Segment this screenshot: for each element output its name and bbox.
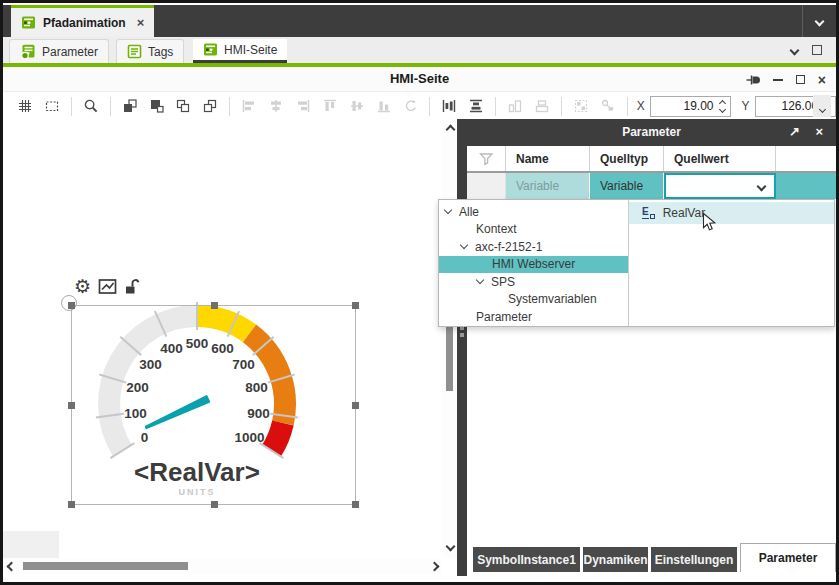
parameter-icon: [20, 44, 36, 59]
page-margins-icon[interactable]: [40, 95, 64, 117]
match-width-icon: [503, 95, 527, 117]
send-backward-icon[interactable]: [171, 95, 195, 117]
minimize-icon[interactable]: [773, 79, 783, 81]
bring-to-front-icon[interactable]: [118, 95, 142, 117]
horizontal-scrollbar-thumb[interactable]: [23, 562, 188, 570]
tree-item-axc-f-2152-1[interactable]: axc-f-2152-1: [439, 238, 628, 256]
scroll-right-icon[interactable]: [426, 558, 442, 574]
list-item-realvar[interactable]: E RealVar: [629, 202, 834, 224]
tags-icon: [127, 44, 142, 59]
scroll-left-icon[interactable]: [3, 558, 19, 574]
horizontal-scrollbar[interactable]: [3, 558, 442, 574]
column-header-quelltyp[interactable]: Quelltyp: [590, 146, 664, 171]
expand-panel-icon[interactable]: ↗: [789, 124, 800, 139]
send-to-back-icon[interactable]: [198, 95, 222, 117]
panel-splitter[interactable]: [457, 119, 467, 576]
tab-label: Parameter: [42, 45, 98, 59]
distribute-horizontal-icon[interactable]: [437, 95, 461, 117]
tab-list-dropdown-button[interactable]: [802, 5, 836, 37]
spin-down-icon[interactable]: [719, 105, 726, 112]
chevron-down-icon: [757, 181, 767, 191]
cell-quelltyp[interactable]: Variable: [590, 173, 664, 199]
align-left-icon: [237, 95, 261, 117]
tab-dynamiken[interactable]: Dynamiken: [583, 547, 648, 572]
vertical-scrollbar[interactable]: [442, 119, 457, 558]
row-filler-cell: [776, 173, 836, 199]
cell-name[interactable]: Variable: [506, 173, 590, 199]
resize-handle-ne[interactable]: [352, 302, 359, 309]
close-icon[interactable]: ×: [818, 73, 826, 87]
tree-item-label: Parameter: [476, 310, 532, 324]
external-variable-icon: E: [642, 207, 655, 219]
resize-handle-s[interactable]: [211, 501, 218, 508]
scroll-down-icon[interactable]: [442, 538, 458, 554]
scroll-up-icon[interactable]: [442, 121, 458, 137]
column-header-quellwert[interactable]: Quellwert: [664, 146, 776, 171]
resize-handle-se[interactable]: [352, 501, 359, 508]
page-boundary: [3, 531, 59, 558]
quellwert-combobox[interactable]: [664, 173, 776, 199]
tree-item-systemvariablen[interactable]: Systemvariablen: [439, 291, 628, 309]
pin-icon[interactable]: [746, 74, 760, 86]
table-row[interactable]: Variable Variable: [467, 173, 836, 199]
filter-icon[interactable]: [467, 146, 506, 171]
cell-quellwert: [664, 173, 776, 199]
align-middle-icon: [345, 95, 369, 117]
x-position-spinner[interactable]: 19.00: [650, 96, 732, 117]
tab-tags[interactable]: Tags: [116, 39, 184, 63]
tab-pfadanimation[interactable]: Pfadanimation ×: [11, 5, 154, 37]
zoom-icon[interactable]: [79, 95, 103, 117]
chevron-down-icon: [818, 106, 825, 113]
expander-chevron-icon[interactable]: [476, 276, 484, 284]
expander-chevron-icon[interactable]: [460, 241, 468, 249]
tree-item-parameter[interactable]: Parameter: [439, 308, 628, 326]
expander-chevron-icon[interactable]: [444, 206, 452, 214]
resize-handle-e[interactable]: [352, 402, 359, 409]
editor-title-bar: HMI-Seite ×: [3, 67, 836, 92]
tab-parameter-active[interactable]: Parameter: [740, 543, 836, 572]
tab-einstellungen[interactable]: Einstellungen: [651, 547, 737, 572]
table-header-row: Name Quelltyp Quellwert: [467, 146, 836, 173]
tab-symbolinstance1[interactable]: SymbolInstance1: [473, 547, 580, 572]
tree-item-sps[interactable]: SPS: [439, 273, 628, 291]
resize-handle-w[interactable]: [68, 402, 75, 409]
align-bottom-icon: [372, 95, 396, 117]
tab-parameter[interactable]: Parameter: [9, 39, 109, 63]
tab-label: Pfadanimation: [43, 16, 126, 30]
ungroup-icon: [596, 95, 620, 117]
match-height-icon: [530, 95, 554, 117]
panel-bottom-tabs: SymbolInstance1 Dynamiken Einstellungen …: [471, 547, 836, 576]
chevron-down-icon[interactable]: [790, 45, 800, 55]
resize-handle-n[interactable]: [211, 302, 218, 309]
mouse-cursor: [702, 212, 717, 233]
restore-window-icon[interactable]: [812, 45, 822, 55]
variable-results-list: E RealVar: [629, 200, 834, 326]
y-coordinate-label: Y: [741, 99, 749, 113]
column-header-name[interactable]: Name: [506, 146, 590, 171]
toolbar-overflow-button[interactable]: [813, 95, 831, 117]
editor-title: HMI-Seite: [3, 71, 836, 86]
close-tab-icon[interactable]: ×: [137, 15, 145, 30]
row-filter-cell: [467, 173, 506, 199]
document-tab-bar: Pfadanimation ×: [3, 5, 836, 37]
panel-title: Parameter: [467, 125, 836, 139]
tree-item-kontext[interactable]: Kontext: [439, 221, 628, 239]
bring-forward-icon[interactable]: [145, 95, 169, 117]
tree-item-hmi-webserver[interactable]: HMI Webserver: [439, 256, 628, 274]
tree-item-label: axc-f-2152-1: [475, 240, 542, 254]
distribute-vertical-icon[interactable]: [464, 95, 488, 117]
tab-label: HMI-Seite: [224, 43, 277, 57]
hmi-canvas[interactable]: ⚙ 01002003004005006007008009001000 <Real…: [3, 119, 442, 558]
tree-item-alle[interactable]: Alle: [439, 203, 628, 221]
x-position-value: 19.00: [683, 99, 713, 113]
close-panel-icon[interactable]: ×: [815, 124, 823, 139]
selection-rectangle[interactable]: [71, 305, 356, 505]
align-top-icon: [318, 95, 342, 117]
chevron-down-icon: [815, 16, 825, 26]
resize-handle-sw[interactable]: [68, 501, 75, 508]
tab-hmi-seite[interactable]: HMI-Seite: [193, 39, 287, 63]
resize-handle-nw[interactable]: [68, 302, 75, 309]
tree-item-label: SPS: [491, 275, 515, 289]
grid-icon[interactable]: [13, 95, 37, 117]
maximize-icon[interactable]: [796, 75, 805, 84]
